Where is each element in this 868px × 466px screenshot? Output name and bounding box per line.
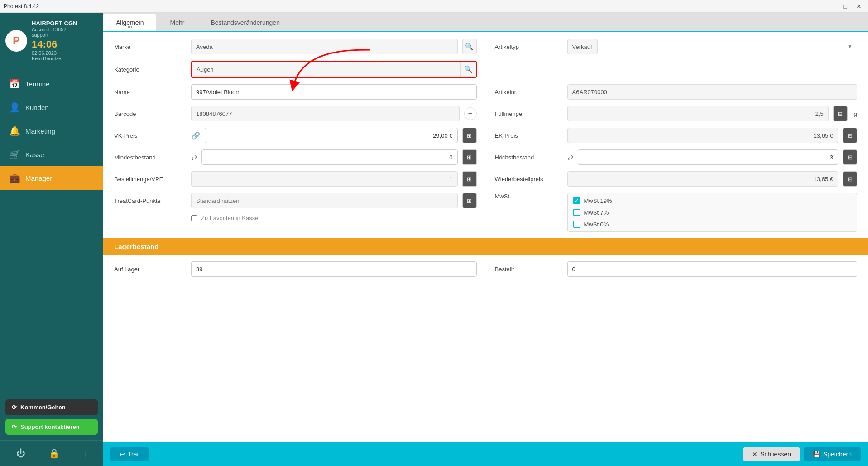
- mwst-19-option[interactable]: MwSt 19%: [573, 197, 852, 204]
- mwst-0-checkbox[interactable]: [573, 221, 580, 228]
- sidebar-item-kunden[interactable]: 👤 Kunden: [0, 96, 103, 119]
- sidebar-footer: ⏻ 🔒 ↓: [0, 440, 103, 466]
- content-area: Allgemein ••• Mehr Bestandsveränderungen: [103, 13, 868, 466]
- barcode-input[interactable]: [191, 106, 460, 121]
- vk-preis-calc-icon[interactable]: ⊞: [462, 128, 477, 143]
- mwst-7-checkbox[interactable]: [573, 209, 580, 216]
- sidebar-item-label: Manager: [25, 174, 52, 182]
- mwst-label: MwSt.: [495, 193, 563, 200]
- app-title: Phorest 8.4.42: [4, 3, 39, 10]
- ek-preis-input[interactable]: [567, 128, 839, 143]
- wiederbestellpreis-input[interactable]: [567, 171, 839, 187]
- account-info: Account: 13852: [32, 27, 98, 32]
- sidebar-item-marketing[interactable]: 🔔 Marketing: [0, 119, 103, 143]
- fullmenge-calc-icon[interactable]: ⊞: [833, 106, 848, 121]
- mindest-shuffle-icon: ⇄: [191, 153, 197, 162]
- wiederbestellpreis-calc-icon[interactable]: ⊞: [843, 171, 857, 187]
- speichern-button[interactable]: 💾 Speichern: [804, 447, 861, 461]
- fullmenge-input[interactable]: [567, 106, 829, 121]
- sidebar-item-kasse[interactable]: 🛒 Kasse: [0, 143, 103, 166]
- fullmenge-unit: g: [854, 110, 857, 117]
- hochstbestand-label: Höchstbestand: [495, 154, 563, 161]
- hochstbestand-row: Höchstbestand ⇄ ⊞: [495, 149, 858, 165]
- sidebar-item-termine[interactable]: 📅 Termine: [0, 72, 103, 96]
- close-btn[interactable]: ✕: [854, 2, 864, 11]
- sidebar: P HAIRPORT CGN Account: 13852 support 14…: [0, 13, 103, 466]
- vk-preis-label: VK-Preis: [114, 132, 187, 139]
- mwst-row: MwSt. MwSt 19% MwSt 7% MwSt 0%: [495, 193, 858, 232]
- marke-search-icon[interactable]: 🔍: [462, 39, 477, 54]
- bottom-bar: ↩ Trail ✕ Schliessen 💾 Speichern: [103, 442, 868, 466]
- marketing-icon: 🔔: [9, 125, 20, 136]
- window-controls[interactable]: – □ ✕: [828, 2, 864, 11]
- support-label: Support kontaktieren: [20, 423, 80, 430]
- mindestbestand-input[interactable]: [201, 149, 458, 165]
- kategorie-search-icon[interactable]: 🔍: [460, 62, 476, 77]
- artikelnr-input[interactable]: [567, 84, 858, 100]
- wiederbestellpreis-label: Wiederbestellpreis: [495, 176, 563, 183]
- vk-preis-row: VK-Preis 🔗 ⊞: [114, 128, 477, 143]
- treatcard-row: TreatCard-Punkte ⊞: [114, 193, 477, 208]
- bestellmenge-input[interactable]: [191, 171, 458, 187]
- hochstbestand-input[interactable]: [578, 149, 839, 165]
- auf-lager-input[interactable]: [191, 261, 477, 277]
- manager-icon: 💼: [9, 173, 20, 183]
- tab-bestandsveranderungen[interactable]: Bestandsveränderungen: [198, 14, 293, 31]
- kategorie-row: Kategorie 🔍: [114, 61, 477, 78]
- hochst-calc-icon[interactable]: ⊞: [843, 149, 857, 165]
- barcode-add-icon[interactable]: +: [464, 107, 477, 120]
- treatcard-calc-icon[interactable]: ⊞: [462, 193, 477, 208]
- bestellmenge-label: Bestellmenge/VPE: [114, 176, 187, 183]
- tab-allgemein[interactable]: Allgemein •••: [103, 14, 156, 31]
- bestellmenge-calc-icon[interactable]: ⊞: [462, 171, 477, 187]
- sidebar-nav: 📅 Termine 👤 Kunden 🔔 Marketing 🛒 Kasse 💼…: [0, 68, 103, 394]
- tab-mehr[interactable]: Mehr: [157, 14, 197, 31]
- trail-button[interactable]: ↩ Trail: [110, 447, 149, 461]
- kommen-gehen-button[interactable]: ⟳ Kommen/Gehen: [5, 399, 98, 415]
- download-icon[interactable]: ↓: [80, 445, 90, 461]
- mindestbestand-row: Mindestbestand ⇄ ⊞: [114, 149, 477, 165]
- speichern-icon: 💾: [813, 451, 820, 458]
- current-date: 02.06.2023: [32, 50, 98, 56]
- name-input[interactable]: [191, 84, 477, 100]
- treatcard-input[interactable]: [191, 193, 458, 208]
- tab-dots: •••: [127, 24, 132, 29]
- current-time: 14:06: [32, 38, 98, 50]
- sidebar-item-manager[interactable]: 💼 Manager: [0, 166, 103, 190]
- minimize-btn[interactable]: –: [828, 2, 837, 11]
- auf-lager-label: Auf Lager: [114, 266, 187, 273]
- auf-lager-row: Auf Lager: [114, 261, 477, 277]
- sidebar-item-label: Termine: [25, 80, 49, 88]
- ek-preis-calc-icon[interactable]: ⊞: [843, 128, 857, 143]
- kunden-icon: 👤: [9, 102, 20, 113]
- trail-icon: ↩: [120, 451, 125, 458]
- mwst-19-checkbox[interactable]: [573, 197, 580, 204]
- kategorie-input[interactable]: [192, 62, 460, 77]
- tabs-bar: Allgemein ••• Mehr Bestandsveränderungen: [103, 13, 868, 32]
- kasse-icon: 🛒: [9, 149, 20, 160]
- bestellt-row: Bestellt: [495, 261, 858, 277]
- lager-grid: Auf Lager Bestellt: [114, 261, 857, 277]
- lock-icon[interactable]: 🔒: [46, 445, 62, 461]
- mindest-calc-icon[interactable]: ⊞: [462, 149, 477, 165]
- ek-preis-label: EK-Preis: [495, 132, 563, 139]
- power-icon[interactable]: ⏻: [14, 445, 28, 461]
- trail-label: Trail: [128, 451, 140, 458]
- marke-input[interactable]: [191, 39, 458, 54]
- schliessen-button[interactable]: ✕ Schliessen: [743, 447, 800, 461]
- mwst-7-option[interactable]: MwSt 7%: [573, 209, 852, 216]
- zu-favoriten-wrapper: Zu Favoriten in Kasse: [191, 215, 258, 221]
- artikeltyp-select[interactable]: Verkauf: [567, 39, 598, 54]
- mwst-0-option[interactable]: MwSt 0%: [573, 221, 852, 228]
- kommen-gehen-label: Kommen/Gehen: [20, 404, 66, 411]
- name-label: Name: [114, 89, 187, 96]
- maximize-btn[interactable]: □: [841, 2, 850, 11]
- support-button[interactable]: ⟳ Support kontaktieren: [5, 419, 98, 435]
- treatcard-label: TreatCard-Punkte: [114, 197, 187, 204]
- name-row: Name: [114, 84, 477, 100]
- vk-preis-input[interactable]: [205, 128, 458, 143]
- schliessen-icon: ✕: [752, 451, 758, 458]
- zu-favoriten-checkbox[interactable]: [191, 215, 197, 221]
- bestellt-input[interactable]: [567, 261, 858, 277]
- fullmenge-row: Füllmenge ⊞ g: [495, 106, 858, 121]
